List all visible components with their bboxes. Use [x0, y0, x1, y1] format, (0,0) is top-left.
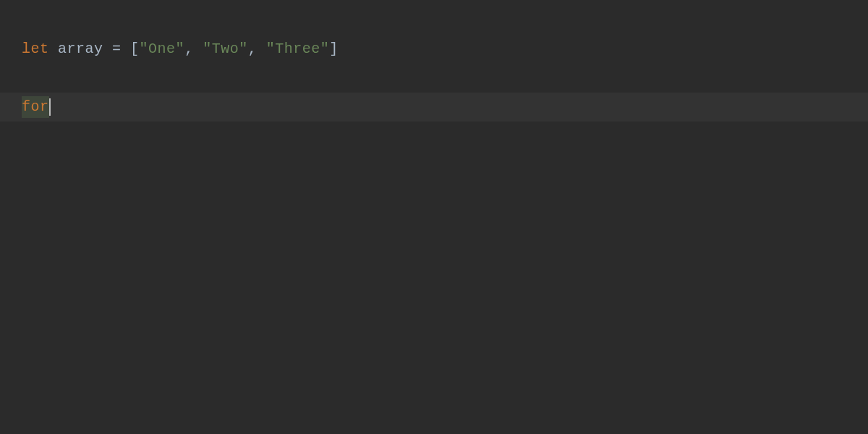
text-cursor	[49, 98, 51, 116]
string-three: "Three"	[266, 39, 330, 59]
code-line-2-empty[interactable]	[0, 64, 868, 93]
space	[122, 39, 131, 59]
operator-equals: =	[112, 39, 122, 59]
keyword-let: let	[22, 39, 49, 59]
identifier-array: array	[58, 39, 103, 59]
space	[49, 39, 59, 59]
bracket-open: [	[130, 39, 140, 59]
code-editor[interactable]: let array = ["One", "Two", "Three"] for	[0, 0, 868, 434]
comma: ,	[184, 39, 194, 59]
comma: ,	[248, 39, 258, 59]
string-two: "Two"	[203, 39, 248, 59]
code-line-1[interactable]: let array = ["One", "Two", "Three"]	[0, 35, 868, 64]
keyword-for-typed: for	[22, 96, 49, 118]
space	[103, 39, 113, 59]
bracket-close: ]	[329, 39, 339, 59]
string-one: "One"	[140, 39, 185, 59]
space	[257, 39, 266, 59]
space	[194, 39, 203, 59]
code-line-3-current[interactable]: for	[0, 93, 868, 122]
